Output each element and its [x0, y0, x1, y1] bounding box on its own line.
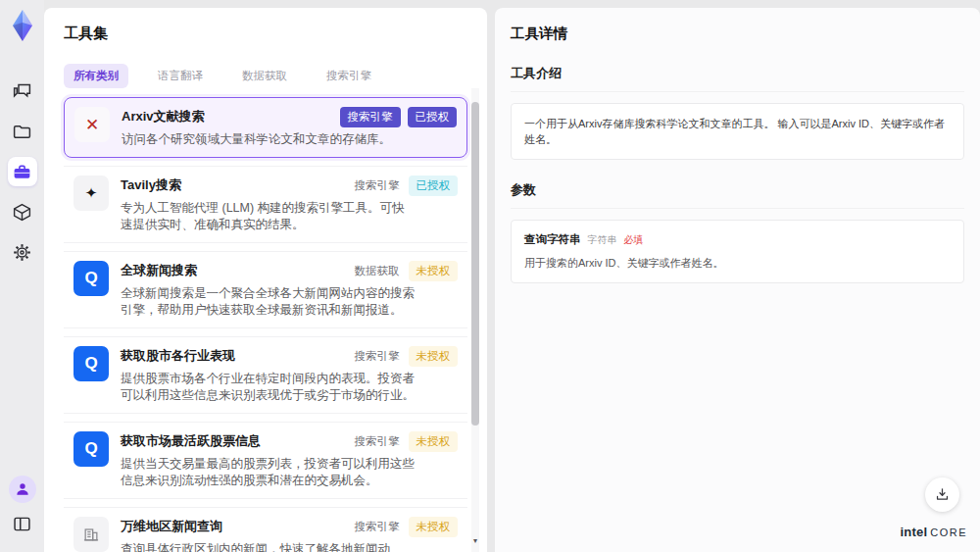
- category-badge: 搜索引擎: [353, 176, 402, 196]
- tool-description: 访问各个研究领域大量科学论文和文章的存储库。: [122, 131, 416, 148]
- param-required-flag: 必填: [624, 233, 644, 247]
- params-heading: 参数: [511, 181, 964, 209]
- page-title: 工具集: [64, 25, 467, 43]
- intro-box: 一个用于从Arxiv存储库搜索科学论文和文章的工具。 输入可以是Arxiv ID…: [511, 103, 964, 160]
- tool-card-regional-news[interactable]: 万维地区新闻查询 搜索引擎 未授权 查询具体行政区划内的新闻，快速了解各地新闻动: [64, 507, 467, 552]
- category-badge: 搜索引擎: [340, 107, 401, 127]
- tool-card-most-active-stocks[interactable]: Q 获取市场最活跃股票信息 搜索引擎 未授权 提供当天交易量最高的股票列表，投资…: [64, 422, 467, 499]
- sidebar-item-files[interactable]: [8, 117, 37, 146]
- tool-name: 获取市场最活跃股票信息: [121, 431, 261, 450]
- intro-heading: 工具介绍: [511, 65, 964, 92]
- tool-card-tavily[interactable]: ✦ Tavily搜索 搜索引擎 已授权 专为人工智能代理 (LLM) 构建的搜索…: [64, 166, 467, 243]
- category-badge: 搜索引擎: [353, 346, 402, 367]
- category-badge: 搜索引擎: [353, 431, 402, 452]
- tool-description: 查询具体行政区划内的新闻，快速了解各地新闻动: [121, 541, 415, 552]
- tool-card-global-news[interactable]: Q 全球新闻搜索 数据获取 未授权 全球新闻搜索是一个聚合全球各大新闻网站内容的…: [64, 251, 467, 328]
- tool-name: 获取股市各行业表现: [121, 346, 235, 365]
- auth-badge: 已授权: [409, 176, 459, 196]
- auth-badge: 未授权: [409, 346, 459, 367]
- briefcase-icon: [12, 162, 32, 182]
- auth-badge: 未授权: [409, 517, 459, 537]
- app-logo-icon[interactable]: [7, 8, 38, 43]
- category-tabs: 所有类别 语言翻译 数据获取 搜索引擎: [64, 64, 467, 88]
- folder-icon: [12, 122, 32, 142]
- intro-text: 一个用于从Arxiv存储库搜索科学论文和文章的工具。 输入可以是Arxiv ID…: [524, 116, 951, 147]
- tool-name: Arxiv文献搜索: [122, 107, 205, 125]
- tool-card-list: ✕ Arxiv文献搜索 搜索引擎 已授权 访问各个研究领域大量科学论文和文章的存…: [64, 97, 467, 552]
- tool-description: 全球新闻搜索是一个聚合全球各大新闻网站内容的搜索引擎，帮助用户快速获取全球最新资…: [121, 285, 415, 319]
- auth-badge: 未授权: [409, 261, 459, 281]
- scrollbar-thumb[interactable]: [471, 102, 479, 426]
- rail-nav: [8, 76, 37, 267]
- tool-card-sector-performance[interactable]: Q 获取股市各行业表现 搜索引擎 未授权 提供股票市场各个行业在特定时间段内的表…: [64, 336, 467, 414]
- tool-name: Tavily搜索: [121, 176, 181, 194]
- tool-name: 全球新闻搜索: [121, 261, 197, 279]
- rail-bottom: [8, 476, 37, 538]
- tool-detail-panel: 工具详情 工具介绍 一个用于从Arxiv存储库搜索科学论文和文章的工具。 输入可…: [495, 8, 980, 552]
- building-icon: [74, 517, 109, 552]
- panel-toggle-icon: [12, 514, 32, 534]
- auth-badge: 未授权: [409, 431, 459, 452]
- scrollbar-down-arrow[interactable]: ▾: [471, 537, 479, 545]
- user-icon: [14, 480, 31, 498]
- quark-logo-icon: Q: [74, 346, 109, 381]
- tool-description: 提供股票市场各个行业在特定时间段内的表现。投资者可以利用这些信息来识别表现优于或…: [121, 371, 415, 404]
- sidebar-item-models[interactable]: [8, 197, 37, 226]
- quark-logo-icon: Q: [74, 261, 109, 296]
- left-rail: [0, 0, 44, 552]
- download-button[interactable]: [925, 477, 959, 512]
- category-badge: 搜索引擎: [353, 517, 402, 537]
- tab-data-fetch[interactable]: 数据获取: [232, 64, 297, 88]
- intel-core-logo: intel CORE: [900, 525, 967, 539]
- tool-description: 专为人工智能代理 (LLM) 构建的搜索引擎工具。可快速提供实时、准确和真实的结…: [121, 200, 415, 233]
- chat-icon: [12, 81, 32, 102]
- sidebar-item-settings[interactable]: [8, 237, 37, 267]
- user-avatar[interactable]: [9, 476, 36, 503]
- param-description: 用于搜索的Arxiv ID、关键字或作者姓名。: [524, 256, 951, 271]
- param-box: 查询字符串 字符串 必填 用于搜索的Arxiv ID、关键字或作者姓名。: [511, 220, 964, 283]
- arxiv-logo-icon: ✕: [74, 107, 110, 142]
- tool-list-panel: 工具集 所有类别 语言翻译 数据获取 搜索引擎 ✕ Arxiv文献搜索 搜索引擎…: [44, 8, 487, 552]
- tool-name: 万维地区新闻查询: [121, 517, 222, 535]
- gear-icon: [12, 242, 32, 263]
- tool-description: 提供当天交易量最高的股票列表，投资者可以利用这些信息来识别流动性强的股票和潜在的…: [121, 456, 415, 489]
- brand-core: CORE: [930, 527, 967, 538]
- tab-search-engine[interactable]: 搜索引擎: [317, 64, 381, 88]
- download-icon: [934, 486, 951, 503]
- tool-card-arxiv[interactable]: ✕ Arxiv文献搜索 搜索引擎 已授权 访问各个研究领域大量科学论文和文章的存…: [64, 97, 467, 158]
- list-scrollbar[interactable]: ▾: [471, 88, 479, 552]
- sidebar-item-panel-toggle[interactable]: [8, 509, 37, 538]
- cube-icon: [12, 202, 32, 223]
- quark-logo-icon: Q: [74, 431, 109, 467]
- sidebar-item-chat[interactable]: [8, 76, 37, 106]
- sidebar-item-tools[interactable]: [8, 157, 37, 186]
- tab-language-translation[interactable]: 语言翻译: [148, 64, 213, 88]
- category-badge: 数据获取: [353, 261, 402, 281]
- tab-all-categories[interactable]: 所有类别: [64, 64, 128, 88]
- param-name: 查询字符串: [524, 232, 581, 247]
- param-type: 字符串: [588, 233, 617, 247]
- auth-badge: 已授权: [408, 107, 458, 127]
- detail-title: 工具详情: [511, 25, 964, 43]
- tavily-logo-icon: ✦: [74, 176, 109, 211]
- brand-intel: intel: [900, 525, 927, 539]
